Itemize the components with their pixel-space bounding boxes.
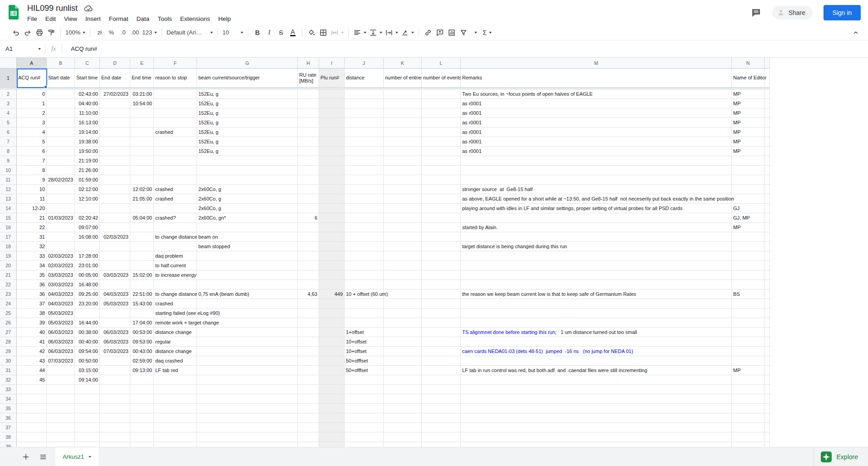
- cell-C28[interactable]: 00:40:00: [75, 337, 100, 347]
- cell-N17[interactable]: [732, 232, 764, 242]
- cell-H16[interactable]: [298, 223, 319, 232]
- cell-J17[interactable]: [345, 232, 384, 242]
- cell-K37[interactable]: [384, 423, 422, 432]
- cell-F29[interactable]: distance change: [154, 347, 197, 356]
- cell-A19[interactable]: 33: [17, 251, 47, 261]
- cell-D34[interactable]: [100, 394, 130, 404]
- cell-H31[interactable]: [298, 366, 319, 375]
- cell-C1[interactable]: Start time: [75, 69, 100, 88]
- cell-H25[interactable]: [298, 309, 319, 318]
- cell-A37[interactable]: [17, 423, 47, 432]
- cell-D6[interactable]: [100, 128, 130, 137]
- row-header-9[interactable]: 9: [0, 156, 17, 166]
- cell-I16[interactable]: [319, 223, 345, 232]
- cell-H34[interactable]: [298, 394, 319, 404]
- cell-B26[interactable]: 05/03/2023: [47, 318, 75, 328]
- cell-F37[interactable]: [154, 423, 197, 432]
- cell-O24[interactable]: [764, 299, 770, 309]
- cell-N4[interactable]: MP: [732, 108, 764, 118]
- cell-A15[interactable]: 21: [17, 213, 47, 223]
- cell-M30[interactable]: [461, 356, 732, 366]
- comment-history-icon[interactable]: [751, 8, 761, 17]
- row-header-6[interactable]: 6: [0, 128, 17, 137]
- cell-K26[interactable]: [384, 318, 422, 328]
- cell-E23[interactable]: 22:51:00: [130, 289, 154, 299]
- insert-comment-button[interactable]: [434, 27, 446, 38]
- cell-H39[interactable]: [298, 442, 319, 447]
- menu-item-file[interactable]: File: [24, 15, 40, 23]
- cell-J29[interactable]: 10+offset: [345, 347, 384, 356]
- column-header-E[interactable]: E: [130, 58, 154, 69]
- cell-L37[interactable]: [422, 423, 461, 432]
- cell-O20[interactable]: [764, 261, 770, 270]
- cell-K22[interactable]: [384, 280, 422, 289]
- cell-D36[interactable]: [100, 413, 130, 423]
- row-header-10[interactable]: 10: [0, 166, 17, 175]
- cell-F20[interactable]: to half current: [154, 261, 197, 270]
- insert-chart-button[interactable]: [446, 27, 458, 38]
- cell-I29[interactable]: [319, 347, 345, 356]
- cell-L38[interactable]: [422, 432, 461, 442]
- vertical-align-select[interactable]: [368, 27, 384, 38]
- cell-L18[interactable]: [422, 242, 461, 251]
- cell-O12[interactable]: [764, 185, 770, 194]
- cell-I20[interactable]: [319, 261, 345, 270]
- cell-O39[interactable]: [764, 442, 770, 447]
- cell-F28[interactable]: regular: [154, 337, 197, 347]
- cell-N24[interactable]: [732, 299, 764, 309]
- cell-G13[interactable]: 2x60Co, g: [197, 194, 298, 204]
- cell-D23[interactable]: 04/03/2023: [100, 289, 130, 299]
- cell-K16[interactable]: [384, 223, 422, 232]
- cell-N14[interactable]: GJ: [732, 204, 764, 213]
- cell-I31[interactable]: [319, 366, 345, 375]
- cell-H19[interactable]: [298, 251, 319, 261]
- row-header-4[interactable]: 4: [0, 108, 17, 118]
- cell-O14[interactable]: [764, 204, 770, 213]
- cell-C9[interactable]: 21:19:00: [75, 156, 100, 166]
- column-header-F[interactable]: F: [154, 58, 197, 69]
- cell-L20[interactable]: [422, 261, 461, 270]
- cell-D26[interactable]: [100, 318, 130, 328]
- cell-F38[interactable]: [154, 432, 197, 442]
- cell-J7[interactable]: [345, 137, 384, 147]
- cell-K39[interactable]: [384, 442, 422, 447]
- cell-F31[interactable]: LF tab red: [154, 366, 197, 375]
- cell-I18[interactable]: [319, 242, 345, 251]
- cell-M33[interactable]: [461, 385, 732, 394]
- cell-F27[interactable]: distance change: [154, 328, 197, 337]
- cell-G32[interactable]: [197, 375, 298, 385]
- cell-B7[interactable]: [47, 137, 75, 147]
- cell-D12[interactable]: [100, 185, 130, 194]
- cell-O4[interactable]: [764, 108, 770, 118]
- cell-E29[interactable]: 00:43:00: [130, 347, 154, 356]
- cell-J6[interactable]: [345, 128, 384, 137]
- cell-G14[interactable]: 2x60Co, g: [197, 204, 298, 213]
- cell-D30[interactable]: [100, 356, 130, 366]
- cell-E13[interactable]: 21:05:00: [130, 194, 154, 204]
- cell-J20[interactable]: [345, 261, 384, 270]
- cell-F39[interactable]: [154, 442, 197, 447]
- cell-F36[interactable]: [154, 413, 197, 423]
- cell-B21[interactable]: 03/03/2023: [47, 270, 75, 280]
- cell-J24[interactable]: [345, 299, 384, 309]
- cell-A16[interactable]: 22: [17, 223, 47, 232]
- cell-B33[interactable]: [47, 385, 75, 394]
- cell-E17[interactable]: [130, 232, 154, 242]
- cell-K28[interactable]: [384, 337, 422, 347]
- cell-M9[interactable]: [461, 156, 732, 166]
- cell-M38[interactable]: [461, 432, 732, 442]
- cell-D27[interactable]: 06/03/2023: [100, 328, 130, 337]
- cell-H6[interactable]: [298, 128, 319, 137]
- increase-decimal-button[interactable]: .00: [129, 27, 141, 38]
- strikethrough-button[interactable]: S: [275, 27, 287, 38]
- row-header-5[interactable]: 5: [0, 118, 17, 128]
- cell-J4[interactable]: [345, 108, 384, 118]
- cell-J14[interactable]: [345, 204, 384, 213]
- cell-E16[interactable]: [130, 223, 154, 232]
- cell-O16[interactable]: [764, 223, 770, 232]
- cell-G31[interactable]: [197, 366, 298, 375]
- cell-F5[interactable]: [154, 118, 197, 128]
- cell-B20[interactable]: 02/03/2023: [47, 261, 75, 270]
- cell-M25[interactable]: [461, 309, 732, 318]
- cell-N28[interactable]: [732, 337, 764, 347]
